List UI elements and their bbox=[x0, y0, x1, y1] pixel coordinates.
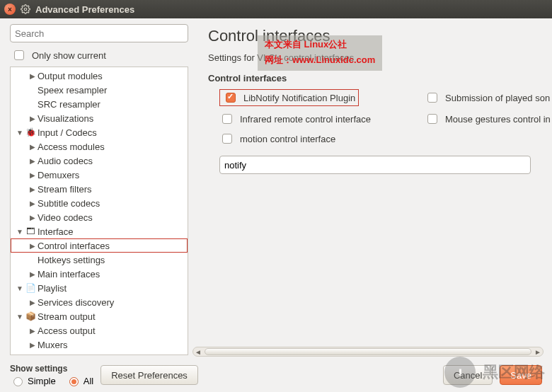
chevron-right-icon[interactable]: ▶ bbox=[28, 341, 38, 349]
cancel-button[interactable]: Cancel bbox=[443, 365, 493, 385]
chevron-down-icon[interactable]: ▼ bbox=[15, 313, 25, 321]
checkbox-row: Submission of played son bbox=[425, 89, 552, 106]
chevron-down-icon[interactable]: ▼ bbox=[15, 129, 25, 137]
preferences-tree[interactable]: ▶Output modulesSpeex resamplerSRC resamp… bbox=[10, 67, 188, 355]
tree-item-label: Control interfaces bbox=[38, 241, 110, 251]
close-icon[interactable]: × bbox=[4, 4, 16, 15]
watermark-text: 本文来自 Linux公社 网址：www.Linuxidc.com bbox=[258, 35, 382, 71]
tree-item[interactable]: ▶Subtitle codecs bbox=[11, 196, 188, 210]
scroll-left-icon[interactable]: ◄ bbox=[193, 348, 203, 356]
tree-item-label: Hotkeys settings bbox=[38, 255, 105, 265]
radio-all[interactable]: All bbox=[66, 375, 93, 386]
tree-item[interactable]: SRC resampler bbox=[11, 97, 188, 111]
tree-item[interactable]: ▶Control interfaces bbox=[11, 238, 188, 253]
interface-checkbox[interactable] bbox=[226, 93, 236, 103]
tree-item-label: Access modules bbox=[38, 142, 105, 152]
tree-item[interactable]: ▶Access output bbox=[11, 323, 188, 338]
interface-checkbox[interactable] bbox=[222, 114, 232, 124]
show-settings-label: Show settings bbox=[10, 364, 93, 374]
tree-item-label: Speex resampler bbox=[38, 85, 107, 96]
svg-point-0 bbox=[24, 8, 27, 11]
chevron-right-icon[interactable]: ▶ bbox=[28, 157, 38, 165]
filter-input[interactable] bbox=[219, 156, 531, 174]
interface-checkbox-label: Infrared remote control interface bbox=[240, 114, 371, 125]
chevron-right-icon[interactable]: ▶ bbox=[28, 143, 38, 151]
tree-item[interactable]: ▶Services discovery bbox=[11, 295, 188, 309]
left-pane: Only show current ▶Output modulesSpeex r… bbox=[0, 18, 192, 358]
tree-item-label: Subtitle codecs bbox=[38, 198, 100, 209]
tree-item-label: Video codecs bbox=[38, 212, 93, 223]
checkbox-row: Infrared remote control interface bbox=[219, 112, 425, 126]
group-label: Control interfaces bbox=[208, 73, 552, 83]
tree-item[interactable]: ▶Muxers bbox=[11, 338, 188, 352]
interface-checkbox[interactable] bbox=[222, 134, 232, 144]
gear-icon bbox=[20, 4, 31, 15]
tree-item-label: Stream filters bbox=[38, 184, 92, 195]
chevron-right-icon[interactable]: ▶ bbox=[28, 200, 38, 207]
chevron-right-icon[interactable]: ▶ bbox=[28, 327, 38, 335]
tree-item[interactable]: ▼🗔Interface bbox=[11, 224, 188, 238]
scroll-right-icon[interactable]: ► bbox=[533, 348, 543, 356]
chevron-down-icon[interactable]: ▼ bbox=[15, 228, 25, 236]
tree-item[interactable]: ▶Video codecs bbox=[11, 210, 188, 224]
tree-item[interactable]: ▶Stream filters bbox=[11, 182, 188, 196]
checkbox-row: LibNotify Notification Plugin bbox=[219, 89, 425, 106]
checkbox-row: Mouse gestures control in bbox=[425, 112, 552, 126]
window-title: Advanced Preferences bbox=[35, 4, 134, 15]
tree-item-label: Demuxers bbox=[38, 170, 79, 180]
save-button[interactable]: Save bbox=[500, 365, 542, 385]
bottom-bar: Show settings Simple All Reset Preferenc… bbox=[0, 358, 552, 392]
interface-checkbox-label: Mouse gestures control in bbox=[445, 114, 551, 125]
tree-item[interactable]: ▼📄Playlist bbox=[11, 281, 188, 295]
interface-checkbox-label: motion control interface bbox=[240, 134, 335, 144]
tree-item-label: Muxers bbox=[38, 340, 68, 350]
chevron-right-icon[interactable]: ▶ bbox=[28, 270, 38, 278]
tree-item[interactable]: ▼🐞Input / Codecs bbox=[11, 125, 188, 139]
tree-item[interactable]: ▶Access modules bbox=[11, 139, 188, 154]
tree-item[interactable]: ▶Visualizations bbox=[11, 111, 188, 125]
interface-checkbox-label: Submission of played son bbox=[445, 93, 550, 103]
only-show-current-checkbox[interactable] bbox=[14, 50, 24, 60]
titlebar: × Advanced Preferences bbox=[0, 0, 552, 18]
tree-item-label: Playlist bbox=[38, 283, 67, 294]
tree-item[interactable]: ▼📦Stream output bbox=[11, 309, 188, 323]
chevron-right-icon[interactable]: ▶ bbox=[28, 115, 38, 122]
tree-item-label: Services discovery bbox=[38, 297, 114, 308]
horizontal-scrollbar[interactable]: ◄ ► bbox=[192, 347, 544, 357]
tree-item[interactable]: ▶Main interfaces bbox=[11, 267, 188, 281]
tree-item-label: Interface bbox=[38, 226, 74, 237]
search-input[interactable] bbox=[10, 24, 188, 42]
chevron-right-icon[interactable]: ▶ bbox=[28, 185, 38, 193]
tree-item[interactable]: ▶Output modules bbox=[11, 69, 188, 83]
tree-item[interactable]: Speex resampler bbox=[11, 83, 188, 97]
chevron-right-icon[interactable]: ▶ bbox=[28, 214, 38, 221]
tree-category-icon: 🗔 bbox=[25, 226, 36, 236]
tree-item-label: SRC resampler bbox=[38, 99, 100, 110]
tree-item[interactable]: Hotkeys settings bbox=[11, 253, 188, 267]
watermark-link[interactable]: www.Linuxidc.com bbox=[292, 54, 375, 65]
tree-item[interactable]: ▶Audio codecs bbox=[11, 154, 188, 168]
tree-item[interactable]: ▶Demuxers bbox=[11, 168, 188, 182]
tree-category-icon: 📦 bbox=[25, 311, 36, 321]
radio-simple[interactable]: Simple bbox=[10, 375, 56, 386]
tree-item-label: Output modules bbox=[38, 71, 103, 81]
tree-item-label: Audio codecs bbox=[38, 156, 93, 166]
tree-category-icon: 🐞 bbox=[25, 127, 36, 137]
checkbox-row: motion control interface bbox=[219, 132, 425, 146]
scroll-thumb[interactable] bbox=[205, 348, 531, 355]
chevron-right-icon[interactable]: ▶ bbox=[28, 242, 38, 250]
tree-category-icon: 📄 bbox=[25, 283, 36, 293]
tree-item-label: Visualizations bbox=[38, 113, 93, 124]
chevron-right-icon[interactable]: ▶ bbox=[28, 299, 38, 306]
interface-checkbox[interactable] bbox=[427, 93, 437, 103]
only-show-current-label: Only show current bbox=[32, 50, 106, 61]
tree-item-label: Main interfaces bbox=[38, 269, 100, 279]
chevron-down-icon[interactable]: ▼ bbox=[15, 284, 25, 292]
chevron-right-icon[interactable]: ▶ bbox=[28, 72, 38, 80]
tree-item-label: Input / Codecs bbox=[38, 127, 97, 138]
chevron-right-icon[interactable]: ▶ bbox=[28, 171, 38, 179]
reset-preferences-button[interactable]: Reset Preferences bbox=[100, 365, 198, 385]
tree-item-label: Stream output bbox=[38, 311, 96, 322]
tree-item-label: Access output bbox=[38, 325, 96, 336]
interface-checkbox[interactable] bbox=[427, 114, 437, 124]
